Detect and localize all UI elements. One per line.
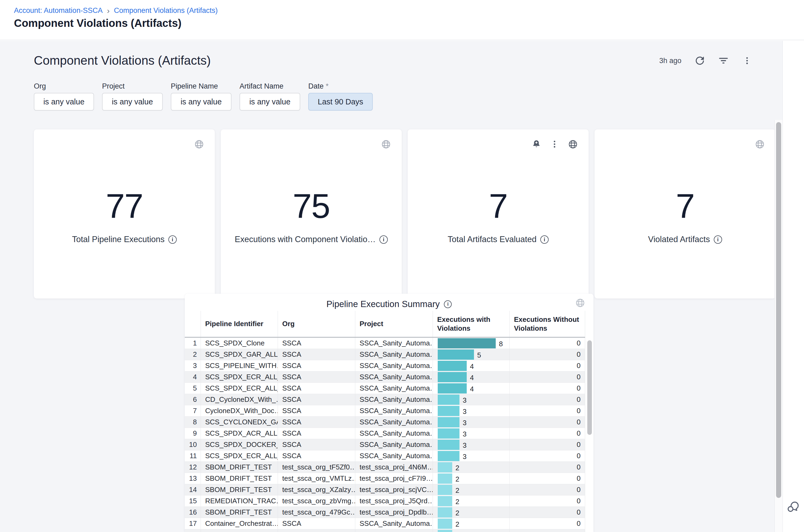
table-row[interactable]: 3SCS_PIPELINE_WITH…SSCASSCA_Sanity_Autom… xyxy=(185,360,585,372)
table-row[interactable]: 13SBOM_DRIFT_TESTtest_ssca_org_VMTLz…tes… xyxy=(185,473,585,484)
violations-bar[interactable] xyxy=(438,474,452,484)
breadcrumb-account-link[interactable]: Account: Automation-SSCA xyxy=(14,6,102,15)
pipeline-identifier-cell: SCS_PIPELINE_WITH… xyxy=(201,360,278,371)
violations-bar[interactable] xyxy=(438,451,460,461)
violations-bar-value: 2 xyxy=(455,475,459,483)
table-row[interactable]: 8SCS_CYCLONEDX_GA…SSCASSCA_Sanity_Automa… xyxy=(185,417,585,428)
main-scrollbar-track[interactable] xyxy=(774,120,783,532)
violations-bar[interactable] xyxy=(438,485,452,495)
filter-button[interactable] xyxy=(718,55,729,66)
breadcrumb-page-link[interactable]: Component Violations (Artifacts) xyxy=(114,6,218,15)
table-row[interactable]: 10SCS_SPDX_DOCKER_…SSCASSCA_Sanity_Autom… xyxy=(185,439,585,450)
org-cell: SSCA xyxy=(278,417,355,428)
refresh-button[interactable] xyxy=(694,55,705,66)
table-row[interactable]: 14SBOM_DRIFT_TESTtest_ssca_org_XZalzy…te… xyxy=(185,484,585,495)
row-index-cell: 11 xyxy=(185,450,201,461)
violations-bar-value: 4 xyxy=(470,374,474,382)
kebab-icon[interactable] xyxy=(549,139,560,149)
filter-value-button[interactable]: Last 90 Days xyxy=(308,93,373,111)
violations-bar[interactable] xyxy=(438,429,460,439)
executions-with-violations-cell: 2 xyxy=(433,473,510,484)
filter-value-button[interactable]: is any value xyxy=(102,93,163,111)
table-row[interactable]: 11SCS_SPDX_ECR_ALL_…SSCASSCA_Sanity_Auto… xyxy=(185,450,585,462)
filter-artifact-name: Artifact Nameis any value xyxy=(240,82,300,111)
table-row[interactable]: 1SCS_SPDX_CloneSSCASSCA_Sanity_Automa…80 xyxy=(185,338,585,349)
info-icon[interactable]: i xyxy=(379,235,388,244)
table-row[interactable]: 4SCS_SPDX_ECR_ALL_…SSCASSCA_Sanity_Autom… xyxy=(185,372,585,383)
table-row[interactable]: 15REMEDIATION_TRAC…test_ssca_org_zbVmg…t… xyxy=(185,495,585,507)
table-row[interactable]: 17Container_Orchestrat…SSCASSCA_Sanity_A… xyxy=(185,518,585,529)
org-cell: test_ssca_org_tF5Zf0… xyxy=(278,462,355,473)
executions-without-violations-cell: 0 xyxy=(510,462,585,473)
violations-bar[interactable] xyxy=(438,338,496,348)
filter-value-button[interactable]: is any value xyxy=(34,93,94,111)
globe-icon[interactable] xyxy=(754,139,765,149)
globe-icon[interactable] xyxy=(575,298,585,308)
tile-icons xyxy=(754,139,765,149)
org-cell: test_ssca_org_VMTLz… xyxy=(278,473,355,484)
org-cell xyxy=(278,529,355,532)
executions-without-violations-cell: 0 xyxy=(510,338,585,349)
info-icon[interactable]: i xyxy=(540,235,549,244)
org-cell: SSCA xyxy=(278,439,355,450)
chat-support-button[interactable] xyxy=(786,499,801,514)
violations-bar[interactable] xyxy=(438,406,460,416)
app-header: Account: Automation-SSCA › Component Vio… xyxy=(0,0,804,40)
row-index-cell: 12 xyxy=(185,462,201,473)
kebab-menu-button[interactable] xyxy=(742,55,752,66)
table-row[interactable]: 16SBOM_DRIFT_TESTtest_ssca_org_479Gc…tes… xyxy=(185,507,585,518)
bell-plus-icon[interactable] xyxy=(531,139,541,149)
org-cell: SSCA xyxy=(278,338,355,349)
violations-bar[interactable] xyxy=(438,530,452,532)
kpi-value: 7 xyxy=(408,189,588,223)
project-cell: SSCA_Sanity_Automa… xyxy=(355,360,433,371)
violations-bar[interactable] xyxy=(438,496,452,506)
violations-bar[interactable] xyxy=(438,372,467,382)
info-icon[interactable]: i xyxy=(168,235,177,244)
table-row[interactable]: 12SBOM_DRIFT_TESTtest_ssca_org_tF5Zf0…te… xyxy=(185,462,585,473)
table-row[interactable]: 7CycloneDX_With_Doc…SSCASSCA_Sanity_Auto… xyxy=(185,405,585,417)
project-cell: test_ssca_proj_J5Qrd… xyxy=(355,495,433,507)
column-header: Pipeline Identifier xyxy=(201,311,278,337)
pipeline-identifier-cell: SCS_SPDX_Clone xyxy=(201,338,278,349)
pipeline-identifier-cell: SCS_SPDX_GAR_ALL… xyxy=(201,349,278,360)
executions-without-violations-cell: 0 xyxy=(510,349,585,360)
table-scrollbar[interactable] xyxy=(587,340,592,435)
table-row[interactable]: 5SCS_SPDX_ECR_ALL_…SSCASSCA_Sanity_Autom… xyxy=(185,383,585,394)
violations-bar[interactable] xyxy=(438,518,452,529)
filter-value-button[interactable]: is any value xyxy=(171,93,231,111)
table-row[interactable]: 2SCS_SPDX_GAR_ALL…SSCASSCA_Sanity_Automa… xyxy=(185,349,585,360)
info-icon[interactable]: i xyxy=(444,300,452,308)
row-index-cell: 4 xyxy=(185,372,201,382)
pipeline-identifier-cell: CycloneDX_With_Doc… xyxy=(201,405,278,416)
executions-without-violations-cell: 0 xyxy=(510,518,585,529)
filter-pipeline-name: Pipeline Nameis any value xyxy=(171,82,231,111)
globe-icon[interactable] xyxy=(568,139,578,149)
violations-bar[interactable] xyxy=(438,440,460,450)
project-cell: SSCA_Sanity_Automa… xyxy=(355,349,433,360)
table-row[interactable]: 6CD_CycloneDX_With_…SSCASSCA_Sanity_Auto… xyxy=(185,394,585,405)
main-scrollbar-thumb[interactable] xyxy=(776,122,781,498)
violations-bar[interactable] xyxy=(438,462,452,472)
violations-bar[interactable] xyxy=(438,383,467,394)
table-row[interactable]: 9SCS_SPDX_ACR_ALL…SSCASSCA_Sanity_Automa… xyxy=(185,428,585,439)
pipeline-identifier-cell: SCS_SPDX_ACR_ALL… xyxy=(201,428,278,439)
info-icon[interactable]: i xyxy=(714,235,722,244)
kpi-tile: 7Total Artifacts Evaluatedi xyxy=(408,129,588,299)
tile-icons xyxy=(381,139,391,149)
violations-bar[interactable] xyxy=(438,349,474,360)
table-row[interactable] xyxy=(185,529,585,532)
globe-icon[interactable] xyxy=(381,139,391,149)
violations-bar[interactable] xyxy=(438,417,460,427)
violations-bar[interactable] xyxy=(438,361,467,371)
filter-value-button[interactable]: is any value xyxy=(240,93,300,111)
globe-icon[interactable] xyxy=(194,139,204,149)
pipeline-identifier-cell xyxy=(201,529,278,532)
violations-bar[interactable] xyxy=(438,507,452,517)
row-index-cell: 16 xyxy=(185,507,201,518)
violations-bar-value: 3 xyxy=(463,430,466,438)
kpi-label-text: Executions with Component Violatio… xyxy=(235,234,376,244)
violations-bar-value: 8 xyxy=(499,340,503,348)
kpi-label: Violated Artifactsi xyxy=(595,234,775,244)
violations-bar[interactable] xyxy=(438,395,460,405)
